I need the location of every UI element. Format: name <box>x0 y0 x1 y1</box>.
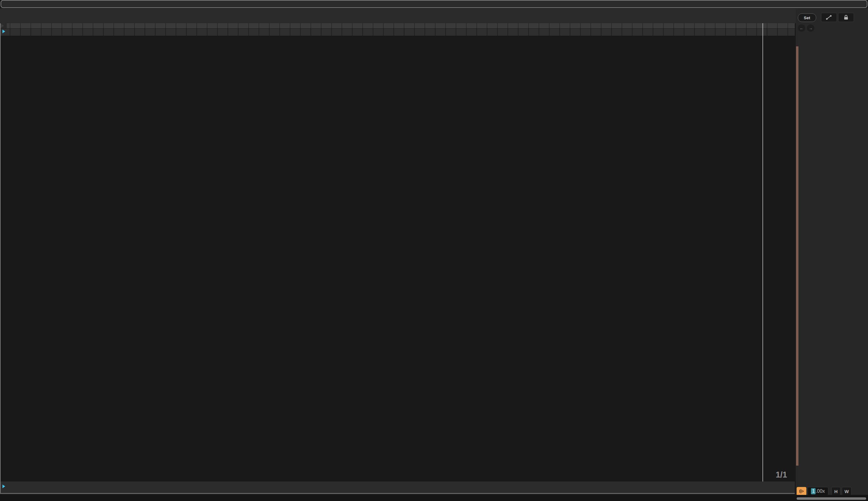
waveform-icon <box>799 489 804 494</box>
height-zoom-button[interactable]: H <box>832 487 840 495</box>
set-button[interactable]: Set <box>798 13 816 22</box>
scrub-area[interactable] <box>0 23 795 28</box>
time-signature[interactable]: 1/1 <box>769 470 794 480</box>
nav-forward-button[interactable]: → <box>807 24 814 32</box>
speed-highlight: 1 <box>811 488 815 494</box>
frame-edge-bottom <box>0 493 795 494</box>
arrangement-overview[interactable] <box>1 0 867 8</box>
track-sidebar <box>796 8 868 501</box>
audition-button[interactable] <box>796 487 806 495</box>
draw-mode-button[interactable] <box>821 13 837 22</box>
frame-edge-left <box>0 23 1 493</box>
time-ruler[interactable] <box>0 481 795 494</box>
width-zoom-button[interactable]: W <box>842 487 851 495</box>
speed-rest: .00x <box>815 489 825 494</box>
nav-back-button[interactable]: ← <box>798 24 805 32</box>
bar-ruler[interactable] <box>0 8 868 23</box>
group-color-strip <box>796 46 799 466</box>
playback-start-marker[interactable] <box>2 484 5 488</box>
scrollbar-thumb[interactable] <box>796 497 866 500</box>
loop-end-marker[interactable] <box>0 23 7 28</box>
ableton-arrangement-view: Set ← → 1/1 1.00x H W <box>0 0 868 501</box>
playback-speed[interactable]: 1.00x <box>807 487 828 495</box>
playhead[interactable] <box>762 23 763 483</box>
lock-icon <box>843 15 849 20</box>
marker-strip[interactable] <box>0 29 795 36</box>
draw-mode-icon <box>826 15 832 20</box>
lock-button[interactable] <box>838 13 854 22</box>
song-start-marker[interactable] <box>2 30 5 33</box>
horizontal-scroll-area[interactable] <box>0 495 868 501</box>
